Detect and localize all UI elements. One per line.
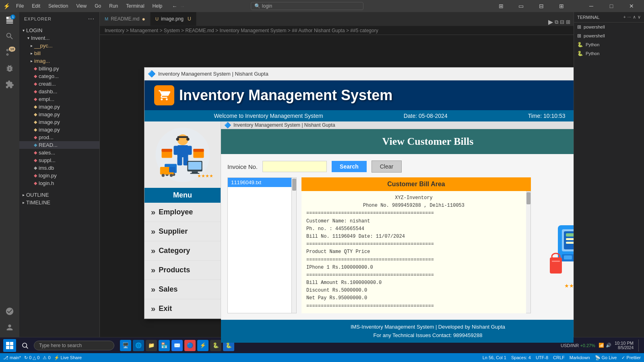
sidebar-file-suppl[interactable]: ◆ suppl... (19, 156, 99, 164)
status-golive[interactable]: 📡 Go Live (595, 355, 617, 360)
nav-back[interactable]: ← (172, 3, 177, 9)
sidebar-folder-imag[interactable]: ▸ imag... (19, 57, 99, 65)
file-list[interactable]: 11196049.txt (227, 177, 292, 313)
panel-up-icon[interactable]: ∧ (633, 14, 636, 20)
taskbar-app-term[interactable]: 🐍 (210, 340, 221, 351)
terminal-entry-1[interactable]: ⊞ powershell (574, 31, 644, 40)
status-sync[interactable]: ↻ 0 △ 0 (24, 355, 39, 360)
nav-item-employee[interactable]: » Employee (144, 203, 221, 222)
menu-view[interactable]: View (73, 2, 90, 10)
start-button[interactable] (3, 339, 16, 352)
tab-image[interactable]: U image.png U (151, 12, 196, 26)
sidebar-folder-bill[interactable]: ▸ bill (19, 49, 99, 57)
taskbar-show-desktop[interactable] (638, 339, 641, 352)
taskbar-app-mail[interactable]: ✉️ (171, 340, 183, 351)
terminal-entry-3[interactable]: 🐍 Python (574, 49, 644, 58)
explorer-icon[interactable]: 1 (3, 14, 16, 27)
status-eol[interactable]: CRLF (553, 355, 565, 360)
sidebar-file-sales[interactable]: ◆ sales... (19, 149, 99, 156)
taskbar-app-0[interactable]: 🖥️ (120, 340, 131, 351)
taskbar-app-edge[interactable]: 🌐 (133, 340, 144, 351)
sidebar-file-empl[interactable]: ◆ empl... (19, 95, 99, 103)
panel-icon[interactable]: ▭ (512, 0, 530, 12)
sidebar-timeline-folder[interactable]: ▸ TIMELINE (19, 199, 99, 206)
taskbar-app-files[interactable]: 📁 (146, 340, 157, 351)
tab-readme[interactable]: M README.md ● (100, 12, 151, 26)
sidebar-file-image2[interactable]: ◆ image.py (19, 111, 99, 118)
file-list-scrollbar[interactable] (292, 177, 297, 313)
taskbar-datetime[interactable]: 10:10 PM 8/5/2024 (615, 341, 634, 350)
source-control-icon[interactable]: 10 (3, 46, 16, 59)
sidebar-outline-folder[interactable]: ▸ OUTLINE (19, 191, 99, 199)
nav-item-category[interactable]: » Category (144, 241, 221, 261)
search-button[interactable]: Search (332, 161, 367, 172)
maximize-btn[interactable]: □ (602, 0, 621, 12)
search-taskbar-icon[interactable] (19, 339, 31, 352)
invoice-input[interactable] (262, 161, 327, 172)
sidebar-file-loginh[interactable]: ◆ login.h (19, 179, 99, 187)
taskbar-app-vscode[interactable]: ⚡ (197, 340, 208, 351)
nav-item-sales[interactable]: » Sales (144, 280, 221, 299)
menu-help[interactable]: Help (149, 2, 166, 10)
search-bar[interactable]: 🔍 login (251, 2, 363, 10)
status-encoding[interactable]: UTF-8 (536, 355, 548, 360)
taskbar-volume-icon[interactable]: 🔊 (606, 343, 611, 348)
nav-item-exit[interactable]: » Exit (144, 299, 221, 319)
panel-down-icon[interactable]: ∨ (638, 14, 641, 20)
status-liveshare[interactable]: ⚡ Live Share (54, 355, 82, 360)
panel-add-icon[interactable]: + (623, 14, 625, 20)
search-activity-icon[interactable] (3, 30, 16, 43)
sidebar-file-loginpy[interactable]: ◆ login.py (19, 172, 99, 179)
status-ln-col[interactable]: Ln 56, Col 1 (483, 355, 506, 360)
sidebar-folder-login[interactable]: ▾ LOGIN (19, 27, 99, 34)
sidebar-file-dashb[interactable]: ◆ dashb... (19, 88, 99, 95)
close-btn[interactable]: ✕ (622, 0, 641, 12)
status-language[interactable]: Markdown (570, 355, 590, 360)
file-item-0[interactable]: 11196049.txt (228, 178, 291, 187)
taskbar-app-store[interactable]: 🏪 (159, 340, 170, 351)
taskbar-app-chrome[interactable]: 🔵 (184, 340, 196, 351)
sidebar-file-image3[interactable]: ◆ image.py (19, 118, 99, 126)
sidebar-file-catego[interactable]: ◆ catego... (19, 72, 99, 80)
sidebar-more-icon[interactable]: ··· (88, 15, 95, 23)
tab-layout-icon[interactable]: ⊟ (560, 19, 564, 25)
status-warnings[interactable]: ⚠ 0 (43, 355, 50, 360)
nav-forward[interactable]: → (180, 3, 185, 9)
taskbar-search-box[interactable]: Type here to search (34, 341, 114, 350)
layout-icon[interactable]: ⊞ (492, 0, 510, 12)
menu-terminal[interactable]: Terminal (123, 2, 147, 10)
bill-scrollbar[interactable] (526, 191, 531, 313)
minimize-btn[interactable]: ─ (582, 0, 601, 12)
tab-split-icon[interactable]: ⧉ (555, 19, 558, 25)
extensions-icon[interactable] (3, 78, 16, 91)
terminal-entry-0[interactable]: ⊞ powershell (574, 23, 644, 31)
terminal-entry-2[interactable]: 🐍 Python (574, 40, 644, 49)
sidebar-folder-invento[interactable]: ▾ Invent... (19, 34, 99, 42)
sidebar-file-readme[interactable]: ◆ READ... (19, 141, 99, 149)
tab-run-icon[interactable]: ▶ (548, 18, 553, 26)
sidebar-file-prod[interactable]: ◆ prod... (19, 134, 99, 141)
clear-button[interactable]: Clear (372, 160, 402, 173)
status-spaces[interactable]: Spaces: 4 (511, 355, 531, 360)
sidebar-file-creati[interactable]: ◆ creati... (19, 80, 99, 88)
nav-item-supplier[interactable]: » Supplier (144, 222, 221, 241)
account-icon[interactable] (3, 321, 16, 334)
grid-icon[interactable]: ⊞ (552, 0, 571, 12)
remote-icon[interactable] (3, 305, 16, 318)
sidebar-file-image4[interactable]: ◆ image.py (19, 126, 99, 134)
status-prettier[interactable]: ✓ Prettier (621, 355, 641, 360)
sidebar-folder-pyc[interactable]: ▸ __pyc... (19, 42, 99, 49)
menu-go[interactable]: Go (91, 2, 104, 10)
tab-more-icon[interactable]: ⊞ (566, 19, 570, 25)
panel-more-icon[interactable]: ··· (627, 14, 631, 20)
nav-item-products[interactable]: » Products (144, 261, 221, 280)
menu-edit[interactable]: Edit (29, 2, 43, 10)
menu-selection[interactable]: Selection (45, 2, 71, 10)
debug-icon[interactable] (3, 62, 16, 75)
sidebar-file-ims[interactable]: ◆ ims.db (19, 164, 99, 172)
taskbar-network-icon[interactable]: 📶 (599, 343, 604, 348)
menu-run[interactable]: Run (106, 2, 121, 10)
sidebar-file-image1[interactable]: ◆ image.py (19, 103, 99, 111)
status-branch[interactable]: ⎇ main* (3, 355, 21, 360)
menu-file[interactable]: File (13, 2, 27, 10)
